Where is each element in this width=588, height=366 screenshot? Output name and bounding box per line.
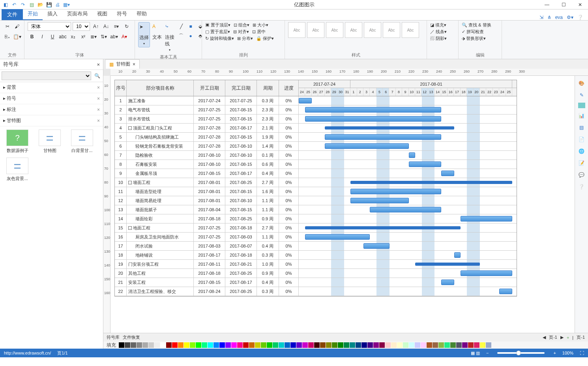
- open-icon[interactable]: 📂: [37, 2, 43, 8]
- color-swatch[interactable]: [208, 342, 213, 348]
- color-swatch[interactable]: [231, 342, 237, 348]
- arc-icon[interactable]: ⌒: [177, 32, 185, 40]
- color-swatch[interactable]: [350, 342, 355, 348]
- search-icon[interactable]: 🔍: [93, 71, 101, 80]
- bullets-icon[interactable]: ≣▾: [89, 32, 98, 41]
- fit-icon[interactable]: ⛶: [580, 351, 584, 355]
- tab-视图[interactable]: 视图: [92, 8, 112, 20]
- view-mode-icon[interactable]: ▦ ▥: [471, 351, 480, 356]
- close-button[interactable]: ✕: [572, 0, 588, 9]
- color-swatch[interactable]: [255, 342, 260, 348]
- color-swatch[interactable]: [444, 342, 450, 348]
- file-tab[interactable]: 文件: [2, 9, 23, 20]
- settings-icon[interactable]: ⚙▾: [567, 15, 573, 20]
- style-preset[interactable]: Abc: [364, 22, 381, 38]
- document-tab[interactable]: ▦甘特图×: [105, 59, 140, 69]
- status-url[interactable]: http://www.edrawsoft.cn/: [4, 351, 51, 355]
- redo-icon[interactable]: ↷: [20, 2, 26, 8]
- color-swatch[interactable]: [379, 342, 385, 348]
- color-swatch[interactable]: [326, 342, 331, 348]
- color-swatch[interactable]: [190, 342, 195, 348]
- connector-tool[interactable]: ⤷连接线▾: [164, 22, 175, 53]
- share-icon[interactable]: ⇲: [539, 15, 543, 20]
- color-swatch[interactable]: [356, 342, 361, 348]
- color-swatch[interactable]: [273, 342, 278, 348]
- color-swatch[interactable]: [338, 342, 343, 348]
- gantt-row[interactable]: 9金属板吊顶2017-08-152017-08-170.4 周0%: [115, 169, 517, 178]
- gantt-row[interactable]: 18地砖铺设2017-08-172017-08-180.3 周0%: [115, 251, 517, 260]
- bring-front[interactable]: ▣ 置于顶层▾: [205, 22, 230, 28]
- page-nav[interactable]: 页-1: [549, 334, 557, 340]
- format-painter-icon[interactable]: 🖌: [13, 22, 21, 31]
- shape-item[interactable]: ▬▬▬▬灰色背景...: [3, 158, 32, 182]
- tool-theme-icon[interactable]: 🎨: [577, 79, 586, 88]
- gantt-row[interactable]: 6轻钢龙骨石膏板龙骨安装2017-07-282017-08-101.4 周0%: [115, 142, 517, 151]
- gantt-row[interactable]: 11墙面造型处理2017-08-012017-08-151.6 周0%: [115, 187, 517, 196]
- gantt-row[interactable]: 3排水布管线2017-07-252017-08-152.3 周0%: [115, 114, 517, 124]
- tool-doc-icon[interactable]: 📄: [577, 135, 586, 144]
- rect-icon[interactable]: ■: [186, 22, 195, 31]
- color-swatch[interactable]: [456, 342, 462, 348]
- tab-close-icon[interactable]: ×: [133, 62, 135, 67]
- subscript-icon[interactable]: x₂: [69, 32, 77, 41]
- color-swatch[interactable]: [474, 342, 479, 348]
- color-swatch[interactable]: [409, 342, 414, 348]
- gantt-row[interactable]: 4-顶面工程及门头工程2017-07-282017-08-172.1 周0%: [115, 124, 517, 133]
- gantt-row[interactable]: 5门头钢结构及招牌施工2017-07-282017-08-151.9 周0%: [115, 133, 517, 142]
- color-swatch[interactable]: [391, 342, 397, 348]
- sidebar-close-icon[interactable]: ×: [97, 62, 100, 68]
- color-swatch[interactable]: [243, 342, 249, 348]
- color-swatch[interactable]: [166, 342, 172, 348]
- color-swatch[interactable]: [137, 342, 142, 348]
- highlight-icon[interactable]: ab▾: [110, 32, 118, 41]
- gantt-row[interactable]: 17闭水试验2017-08-032017-08-070.4 周0%: [115, 242, 517, 251]
- gantt-row[interactable]: 20其他工程2017-08-182017-08-250.9 周0%: [115, 269, 517, 278]
- gantt-row[interactable]: 10-墙面工程2017-08-012017-08-252.7 周0%: [115, 178, 517, 187]
- rotate-text-icon[interactable]: ↻: [122, 22, 131, 31]
- export-icon[interactable]: ▦▾: [63, 2, 69, 8]
- color-swatch[interactable]: [421, 342, 426, 348]
- color-swatch[interactable]: [397, 342, 403, 348]
- page-nav2[interactable]: 页-1: [577, 334, 585, 340]
- color-swatch[interactable]: [219, 342, 225, 348]
- color-swatch[interactable]: [367, 342, 373, 348]
- select-tool[interactable]: ➤选择▾: [138, 22, 150, 47]
- color-swatch[interactable]: [213, 342, 219, 348]
- circle-icon[interactable]: ●: [186, 32, 195, 40]
- gantt-row[interactable]: 14墙面绘彩2017-08-182017-08-250.9 周0%: [115, 214, 517, 223]
- color-swatch[interactable]: [267, 342, 272, 348]
- share2-icon[interactable]: ⋔: [547, 15, 551, 20]
- tool-comment-icon[interactable]: 💬: [577, 171, 586, 179]
- help-icon[interactable]: ❔: [577, 15, 583, 20]
- color-swatch[interactable]: [308, 342, 314, 348]
- tool-layer-icon[interactable]: ▤: [577, 123, 586, 132]
- cut-icon[interactable]: ✂: [3, 22, 12, 31]
- color-swatch[interactable]: [225, 342, 231, 348]
- color-swatch[interactable]: [427, 342, 432, 348]
- color-swatch[interactable]: [462, 342, 468, 348]
- text-tool[interactable]: A文本: [152, 22, 163, 42]
- color-swatch[interactable]: [119, 342, 124, 348]
- color-swatch[interactable]: [148, 342, 154, 348]
- color-swatch[interactable]: [154, 342, 160, 348]
- font-family-select[interactable]: 宋体: [28, 22, 71, 31]
- shape-item[interactable]: ?数据源例子: [3, 130, 32, 154]
- zoom-slider[interactable]: [497, 352, 545, 354]
- sidebar-cat[interactable]: ▸ 甘特图×: [0, 115, 103, 126]
- color-swatch[interactable]: [403, 342, 408, 348]
- gantt-row[interactable]: 2电气布管线2017-07-252017-08-152.3 周0%: [115, 105, 517, 114]
- size-btn[interactable]: ⊞ 大小▾: [253, 22, 268, 28]
- tab-帮助[interactable]: 帮助: [132, 8, 152, 20]
- color-swatch[interactable]: [450, 342, 456, 348]
- color-swatch[interactable]: [296, 342, 302, 348]
- gantt-row[interactable]: 13墙面批腻子2017-08-042017-08-151.1 周0%: [115, 205, 517, 214]
- bold-icon[interactable]: B: [28, 32, 36, 41]
- undo-icon[interactable]: ↶: [11, 2, 17, 8]
- color-swatch[interactable]: [415, 342, 420, 348]
- zoom-level[interactable]: 100%: [562, 351, 573, 355]
- color-swatch[interactable]: [237, 342, 243, 348]
- color-swatch[interactable]: [196, 342, 201, 348]
- line-icon[interactable]: ╱: [177, 22, 185, 31]
- color-swatch[interactable]: [202, 342, 207, 348]
- color-swatch[interactable]: [125, 342, 130, 348]
